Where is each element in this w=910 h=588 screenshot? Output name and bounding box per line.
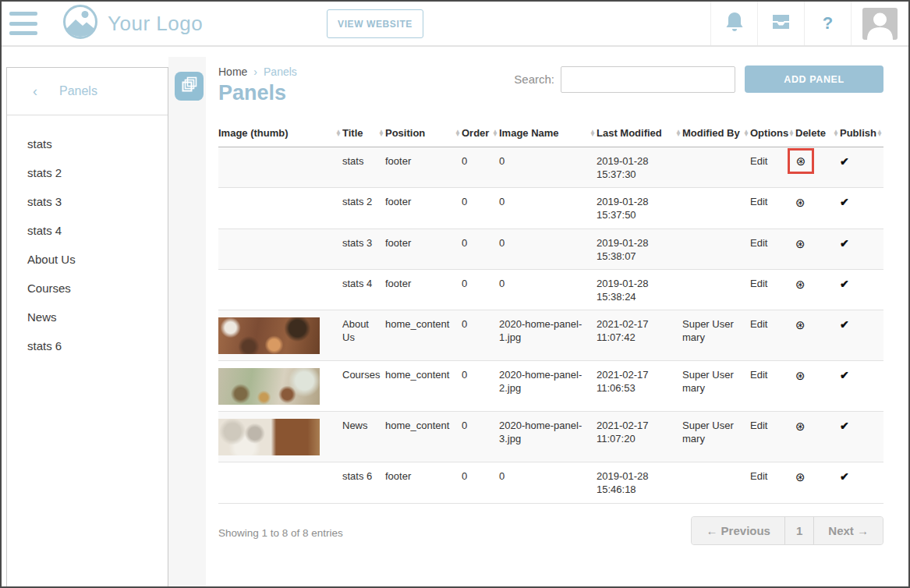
col-publish[interactable]: Publish▲▼ [840,122,883,147]
cell-modified-by: Super Usermary [682,310,750,361]
notifications-button[interactable] [710,2,757,45]
edit-link[interactable]: Edit [750,155,767,167]
publish-check-icon[interactable]: ✔ [840,237,849,250]
sidebar-item-stats[interactable]: stats [7,129,168,158]
publish-check-icon[interactable]: ✔ [840,420,849,432]
panel-thumbnail[interactable] [218,317,320,354]
breadcrumb-current-link[interactable]: Panels [264,66,297,78]
publish-check-icon[interactable]: ✔ [840,318,849,331]
edit-link[interactable]: Edit [750,318,767,330]
cell-title: stats [342,147,385,188]
cell-thumb [218,462,342,503]
layers-icon [180,76,199,97]
cell-modified-by [682,147,750,188]
avatar [862,8,898,40]
chevron-left-icon[interactable]: ‹ [33,83,37,100]
delete-icon[interactable]: ⊛ [796,154,806,169]
edit-link[interactable]: Edit [750,237,767,249]
next-page-button[interactable]: Next → [813,517,883,544]
cell-last-modified: 2019-01-2815:37:50 [597,188,682,228]
delete-icon[interactable]: ⊛ [795,318,806,331]
sidebar-item-news[interactable]: News [7,303,168,331]
cell-image-name: 0 [499,228,597,269]
sidebar-list: stats stats 2 stats 3 stats 4 About Us C… [7,115,168,360]
breadcrumb-home-link[interactable]: Home [218,66,247,78]
cell-order: 0 [462,361,499,412]
cell-position: home_content [385,310,462,361]
previous-page-button[interactable]: ← Previous [692,517,784,544]
cell-last-modified: 2019-01-2815:37:30 [597,147,682,188]
table-row: About Us home_content 0 2020-home-panel-… [218,310,883,361]
sort-icon: ▲▼ [590,130,596,138]
panel-thumbnail[interactable] [218,368,320,405]
cell-delete: ⊛ [795,188,840,228]
col-order[interactable]: Order▲▼ [462,122,499,147]
page-number-button[interactable]: 1 [784,517,813,544]
search-label: Search: [514,73,554,86]
table-row: News home_content 0 2020-home-panel-3.jp… [218,412,883,462]
delete-icon[interactable]: ⊛ [795,420,806,433]
edit-link[interactable]: Edit [750,278,767,289]
delete-icon[interactable]: ⊛ [795,237,806,250]
publish-check-icon[interactable]: ✔ [840,278,849,290]
cell-publish: ✔ [840,269,883,310]
cell-options: Edit [750,228,795,269]
cell-publish: ✔ [840,188,883,228]
cell-order: 0 [462,147,499,188]
question-icon: ? [823,13,833,34]
col-last-modified[interactable]: Last Modified▲▼ [597,122,682,147]
publish-check-icon[interactable]: ✔ [840,196,849,208]
cell-options: Edit [750,361,795,412]
sidebar-gutter [168,57,206,586]
sidebar-item-stats-6[interactable]: stats 6 [7,331,168,360]
cell-position: footer [385,188,462,228]
cell-options: Edit [750,310,795,361]
inbox-button[interactable] [757,2,804,45]
logo[interactable]: Your Logo [62,4,203,43]
sidebar-item-stats-3[interactable]: stats 3 [7,187,168,216]
cell-modified-by [682,228,750,269]
delete-icon[interactable]: ⊛ [795,470,806,484]
col-title[interactable]: Title▲▼ [342,122,385,147]
delete-icon[interactable]: ⊛ [795,196,806,209]
search-input[interactable] [561,66,735,93]
delete-icon[interactable]: ⊛ [795,369,806,382]
user-menu[interactable] [851,2,908,45]
cell-order: 0 [462,269,499,310]
edit-link[interactable]: Edit [750,369,767,381]
sidebar-item-about-us[interactable]: About Us [7,245,168,274]
add-panel-button[interactable]: ADD PANEL [745,66,883,93]
edit-link[interactable]: Edit [750,420,767,431]
sort-icon: ▲▼ [833,130,839,138]
delete-icon[interactable]: ⊛ [795,278,806,291]
cell-publish: ✔ [840,462,883,503]
col-image-thumb[interactable]: Image (thumb)▲▼ [218,122,342,147]
hamburger-menu-icon[interactable] [9,12,37,35]
pagination: ← Previous 1 Next → [691,516,883,545]
panel-thumbnail[interactable] [218,419,320,455]
cell-publish: ✔ [840,228,883,269]
col-image-name[interactable]: Image Name▲▼ [499,122,597,147]
col-delete[interactable]: Delete▲▼ [795,122,840,147]
publish-check-icon[interactable]: ✔ [840,369,849,381]
delete-highlight-box: ⊛ [788,148,814,174]
cell-order: 0 [462,412,499,462]
help-button[interactable]: ? [804,2,851,45]
publish-check-icon[interactable]: ✔ [840,470,849,483]
col-options[interactable]: Options▲▼ [750,122,795,147]
sidebar-item-stats-4[interactable]: stats 4 [7,216,168,245]
cell-thumb [218,361,342,412]
col-modified-by[interactable]: Modified By▲▼ [682,122,750,147]
panels-collapse-button[interactable] [175,72,204,101]
col-position[interactable]: Position▲▼ [385,122,462,147]
sidebar: ‹ Panels stats stats 2 stats 3 stats 4 A… [2,47,206,586]
edit-link[interactable]: Edit [750,196,767,207]
cell-position: footer [385,462,462,503]
view-website-button[interactable]: VIEW WEBSITE [327,9,423,38]
edit-link[interactable]: Edit [750,470,767,482]
cell-publish: ✔ [840,361,883,412]
cell-thumb [218,147,342,188]
sidebar-item-stats-2[interactable]: stats 2 [7,158,168,187]
sidebar-item-courses[interactable]: Courses [7,274,168,303]
publish-check-icon[interactable]: ✔ [840,155,849,168]
